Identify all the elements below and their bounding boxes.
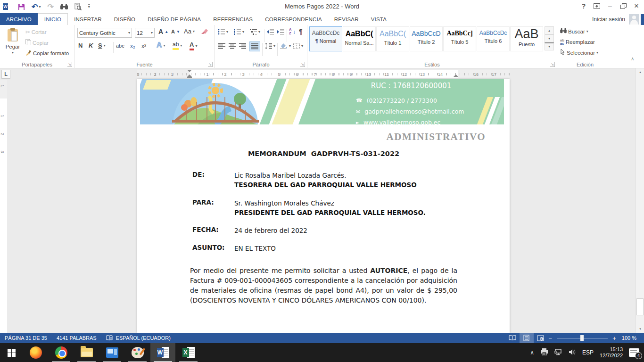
font-size-select[interactable]: 12 ▾ [135, 28, 155, 38]
text-effects-button[interactable]: A▾ [157, 41, 165, 49]
clear-formatting-button[interactable] [201, 28, 208, 35]
tab-inicio[interactable]: INICIO [38, 13, 68, 25]
taskbar-paint[interactable] [125, 343, 150, 362]
decrease-indent-button[interactable] [267, 29, 274, 35]
word-count[interactable]: 4141 PALABRAS [52, 333, 101, 343]
sign-in[interactable]: Iniciar sesión [592, 14, 639, 25]
align-center-button[interactable] [229, 43, 236, 49]
highlight-button[interactable]: ab▾ [173, 41, 182, 50]
action-center-icon[interactable]: 4 [629, 348, 639, 357]
help-icon[interactable]: ? [577, 0, 590, 12]
align-right-button[interactable] [239, 43, 246, 49]
font-family-dropdown-icon[interactable]: ▾ [128, 31, 130, 35]
increase-indent-button[interactable] [277, 29, 284, 35]
vertical-ruler[interactable]: 1 1 2 3 [0, 80, 7, 333]
scrollbar-thumb[interactable] [636, 298, 644, 315]
tab-vista[interactable]: VISTA [365, 13, 393, 25]
read-mode-view-icon[interactable] [505, 333, 520, 343]
paragraph-dialog-launcher-icon[interactable]: ↘ [300, 62, 305, 67]
vertical-scrollbar[interactable]: ▴ ▾ [636, 68, 644, 333]
superscript-button[interactable]: x² [141, 43, 146, 49]
restore-icon[interactable] [617, 0, 630, 12]
numbering-button[interactable]: ▾ [234, 29, 244, 35]
shrink-font-button[interactable]: A▼ [171, 29, 180, 34]
taskbar-chrome[interactable] [49, 343, 74, 362]
font-dialog-launcher-icon[interactable]: ↘ [208, 62, 213, 67]
sort-button[interactable]: AZ ↓ [289, 28, 296, 35]
taskbar-word[interactable]: W [150, 343, 175, 362]
taskbar-firefox[interactable] [23, 343, 48, 362]
style-titulo-2[interactable]: AaBbCcD Título 2 [410, 26, 443, 51]
first-line-indent-marker[interactable] [187, 70, 192, 72]
proofing-status[interactable]: ESPAÑOL (ECUADOR) [101, 333, 175, 343]
taskbar-blue-app[interactable] [99, 343, 124, 362]
horizontal-ruler[interactable]: 3 2 1 1 2 3 4 5 6 7 8 9 10 11 12 13 14 1… [0, 69, 636, 79]
avatar[interactable] [629, 14, 639, 25]
font-color-button[interactable]: A▾ [190, 41, 197, 50]
minimize-icon[interactable]: – [603, 0, 617, 12]
zoom-out-icon[interactable]: − [548, 335, 553, 342]
tab-correspondencia[interactable]: CORRESPONDENCIA [259, 13, 328, 25]
multilevel-list-button[interactable]: ▾ [250, 29, 260, 35]
tab-archivo[interactable]: ARCHIVO [0, 13, 38, 25]
borders-button[interactable]: ▾ [293, 43, 303, 49]
keyboard-language[interactable]: ESP [582, 349, 594, 356]
paste-button[interactable]: Pegar ▾ [4, 28, 22, 55]
tab-diseno[interactable]: DISEÑO [108, 13, 141, 25]
hidden-icons-chevron[interactable]: ∧ [530, 349, 534, 356]
subscript-button[interactable]: x₂ [130, 43, 135, 49]
style-titulo-6[interactable]: AaBbCcDc Título 6 [477, 26, 510, 51]
styles-scroll-down-icon[interactable]: ▾ [545, 34, 554, 42]
align-left-button[interactable] [218, 43, 225, 49]
find-button[interactable]: Buscar ▾ [560, 28, 588, 34]
strikethrough-button[interactable]: abc [116, 43, 124, 49]
styles-dialog-launcher-icon[interactable]: ↘ [550, 62, 555, 67]
style-normal-sa[interactable]: AaBbC( Normal Sa... [343, 26, 376, 51]
print-layout-view-icon[interactable] [520, 333, 534, 343]
style-titulo-5[interactable]: AaBbCc] Título 5 [443, 26, 476, 51]
change-case-button[interactable]: Aa▾ [184, 28, 195, 35]
tab-referencias[interactable]: REFERENCIAS [207, 13, 259, 25]
replace-button[interactable]: ab ac Reemplazar [560, 39, 595, 45]
tab-selector[interactable]: L [1, 70, 10, 79]
style-puesto[interactable]: AaB Puesto [510, 26, 543, 51]
style-titulo-1[interactable]: AaBbC( Título 1 [376, 26, 409, 51]
tab-insertar[interactable]: INSERTAR [68, 13, 108, 25]
volume-icon[interactable] [569, 349, 576, 357]
right-indent-marker[interactable] [454, 74, 458, 77]
zoom-slider[interactable] [557, 338, 608, 338]
close-icon[interactable]: × [630, 0, 643, 12]
clipboard-dialog-launcher-icon[interactable]: ↘ [67, 62, 72, 67]
font-family-select[interactable]: Century Gothic ▾ [77, 28, 132, 38]
font-size-dropdown-icon[interactable]: ▾ [151, 31, 153, 35]
style-normal[interactable]: AaBbCcDc ¶ Normal [309, 26, 342, 51]
shading-button[interactable]: ▾ [280, 43, 291, 49]
styles-gallery-expand-icon[interactable]: ▾ [545, 42, 554, 50]
page-indicator[interactable]: PÁGINA 31 DE 35 [0, 333, 52, 343]
taskbar-excel[interactable]: X [176, 343, 201, 362]
taskbar-file-explorer[interactable] [74, 343, 99, 362]
styles-scroll-up-icon[interactable]: ▴ [545, 26, 554, 34]
scroll-up-icon[interactable]: ▴ [636, 68, 644, 76]
justify-button[interactable] [249, 41, 260, 51]
zoom-level[interactable]: 100 % [617, 333, 641, 343]
grow-font-button[interactable]: A▲ [158, 28, 168, 35]
web-layout-view-icon[interactable] [534, 333, 548, 343]
select-button[interactable]: Seleccionar ▾ [560, 49, 598, 56]
scroll-down-icon[interactable]: ▾ [636, 325, 644, 333]
taskbar-clock[interactable]: 15:13 12/7/2022 [600, 346, 623, 359]
format-painter-button[interactable]: Copiar formato [25, 49, 69, 57]
zoom-slider-thumb[interactable] [580, 335, 584, 341]
ribbon-display-options-icon[interactable] [590, 0, 603, 12]
tab-revisar[interactable]: REVISAR [328, 13, 365, 25]
left-indent-marker[interactable] [187, 77, 192, 78]
zoom-in-icon[interactable]: + [611, 335, 617, 342]
collapse-ribbon-icon[interactable]: ∧ [631, 56, 634, 61]
network-icon[interactable] [554, 349, 562, 357]
document-page[interactable]: RUC : 1768120600001 ☎ (02)2773220 / 2773… [137, 79, 510, 333]
show-marks-button[interactable]: ¶ [299, 28, 303, 35]
printer-icon[interactable] [540, 348, 548, 357]
bold-button[interactable]: N [78, 42, 83, 49]
line-spacing-button[interactable]: ▾ [265, 43, 275, 49]
bullets-button[interactable]: ▾ [218, 29, 228, 35]
